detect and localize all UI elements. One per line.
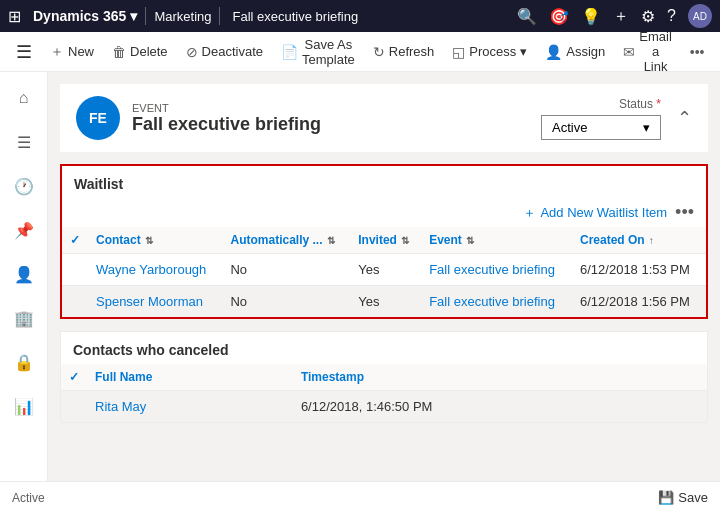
app-dropdown-icon[interactable]: ▾	[130, 8, 137, 24]
canceled-row1-check[interactable]	[61, 391, 87, 423]
row2-contact: Spenser Moorman	[88, 286, 222, 318]
help-icon[interactable]: ?	[667, 7, 676, 25]
app-grid-icon[interactable]: ⊞	[8, 7, 21, 26]
created-on-sort-icon[interactable]: ↑	[649, 235, 654, 246]
row2-invited: Yes	[350, 286, 421, 318]
record-breadcrumb-title: Fall executive briefing	[232, 9, 358, 24]
record-header-right: Status * Active ▾	[541, 97, 661, 140]
save-button[interactable]: 💾 Save	[658, 490, 708, 505]
automatically-header[interactable]: Automatically ... ⇅	[222, 227, 350, 254]
sidebar-icon-menu[interactable]: ☰	[6, 124, 42, 160]
row1-event-link[interactable]: Fall executive briefing	[429, 262, 555, 277]
refresh-button[interactable]: ↻ Refresh	[365, 40, 443, 64]
record-type: EVENT	[132, 102, 321, 114]
row1-created-on: 6/12/2018 1:53 PM	[572, 254, 706, 286]
row2-event-link[interactable]: Fall executive briefing	[429, 294, 555, 309]
main-layout: ⌂ ☰ 🕐 📌 👤 🏢 🔒 📊 FE EVENT Fall executive …	[0, 72, 720, 481]
event-header[interactable]: Event ⇅	[421, 227, 572, 254]
invited-header[interactable]: Invited ⇅	[350, 227, 421, 254]
email-link-button[interactable]: ✉ Email a Link	[615, 25, 680, 78]
sidebar-icon-chart[interactable]: 📊	[6, 388, 42, 424]
canceled-check-all[interactable]: ✓	[61, 364, 87, 391]
status-dropdown[interactable]: Active ▾	[541, 115, 661, 140]
sidebar-icon-accounts[interactable]: 🏢	[6, 300, 42, 336]
delete-button[interactable]: 🗑 Delete	[104, 40, 176, 64]
settings-icon[interactable]: ⚙	[641, 7, 655, 26]
expand-button[interactable]: ⌃	[677, 107, 692, 129]
sidebar-icon-lock[interactable]: 🔒	[6, 344, 42, 380]
process-button[interactable]: ◱ Process ▾	[444, 40, 535, 64]
add-icon[interactable]: ＋	[613, 6, 629, 27]
top-navigation: ⊞ Dynamics 365 ▾ Marketing Fall executiv…	[0, 0, 720, 32]
row2-contact-link[interactable]: Spenser Moorman	[96, 294, 203, 309]
template-icon: 📄	[281, 44, 298, 60]
hamburger-menu[interactable]: ☰	[8, 37, 40, 67]
row1-contact: Wayne Yarborough	[88, 254, 222, 286]
sidebar: ⌂ ☰ 🕐 📌 👤 🏢 🔒 📊	[0, 72, 48, 481]
save-as-template-button[interactable]: 📄 Save As Template	[273, 33, 363, 71]
bulb-icon[interactable]: 💡	[581, 7, 601, 26]
waitlist-section: Waitlist ＋ Add New Waitlist Item ••• ✓ C…	[60, 164, 708, 319]
row2-event: Fall executive briefing	[421, 286, 572, 318]
record-header-left: FE EVENT Fall executive briefing	[76, 96, 321, 140]
full-name-header[interactable]: Full Name	[87, 364, 293, 391]
canceled-contacts-section: Contacts who canceled ✓ Full Name Time	[60, 331, 708, 423]
table-row: Wayne Yarborough No Yes Fall executive b…	[62, 254, 706, 286]
created-on-header[interactable]: Created On ↑	[572, 227, 706, 254]
check-all-col[interactable]: ✓	[62, 227, 88, 254]
search-icon[interactable]: 🔍	[517, 7, 537, 26]
waitlist-table: ✓ Contact ⇅ Automatically ... ⇅	[62, 227, 706, 317]
top-right-icons: 🔍 🎯 💡 ＋ ⚙ ? AD	[517, 4, 712, 28]
table-row: Spenser Moorman No Yes Fall executive br…	[62, 286, 706, 318]
content-area: FE EVENT Fall executive briefing Status …	[48, 72, 720, 481]
app-name[interactable]: Dynamics 365 ▾	[33, 8, 137, 24]
deactivate-button[interactable]: ⊘ Deactivate	[178, 40, 271, 64]
status-required: *	[656, 97, 661, 111]
assign-icon: 👤	[545, 44, 562, 60]
waitlist-more-button[interactable]: •••	[675, 202, 694, 223]
email-icon: ✉	[623, 44, 635, 60]
add-new-waitlist-button[interactable]: ＋ Add New Waitlist Item	[523, 204, 667, 222]
row1-contact-link[interactable]: Wayne Yarborough	[96, 262, 206, 277]
row1-automatically: No	[222, 254, 350, 286]
add-plus-icon: ＋	[523, 204, 536, 222]
sidebar-icon-recent[interactable]: 🕐	[6, 168, 42, 204]
waitlist-toolbar: ＋ Add New Waitlist Item •••	[62, 198, 706, 227]
save-icon: 💾	[658, 490, 674, 505]
waitlist-header: Waitlist	[62, 166, 706, 198]
new-icon: ＋	[50, 43, 64, 61]
assign-button[interactable]: 👤 Assign	[537, 40, 613, 64]
record-avatar: FE	[76, 96, 120, 140]
contact-sort-icon[interactable]: ⇅	[145, 235, 153, 246]
module-name: Marketing	[154, 9, 211, 24]
automatically-sort-icon[interactable]: ⇅	[327, 235, 335, 246]
canceled-table: ✓ Full Name Timestamp	[61, 364, 707, 422]
canceled-header: Contacts who canceled	[61, 332, 707, 364]
waitlist-table-header-row: ✓ Contact ⇅ Automatically ... ⇅	[62, 227, 706, 254]
deactivate-icon: ⊘	[186, 44, 198, 60]
refresh-icon: ↻	[373, 44, 385, 60]
row1-event: Fall executive briefing	[421, 254, 572, 286]
contact-header[interactable]: Contact ⇅	[88, 227, 222, 254]
timestamp-header[interactable]: Timestamp	[293, 364, 707, 391]
target-icon[interactable]: 🎯	[549, 7, 569, 26]
nav-divider	[145, 7, 146, 25]
invited-sort-icon[interactable]: ⇅	[401, 235, 409, 246]
user-avatar[interactable]: AD	[688, 4, 712, 28]
more-commands-button[interactable]: •••	[682, 40, 713, 64]
event-sort-icon[interactable]: ⇅	[466, 235, 474, 246]
row2-check[interactable]	[62, 286, 88, 318]
new-button[interactable]: ＋ New	[42, 39, 102, 65]
nav-divider-2	[219, 7, 220, 25]
status-bar-text: Active	[12, 491, 45, 505]
status-label: Status *	[619, 97, 661, 111]
sidebar-icon-pin[interactable]: 📌	[6, 212, 42, 248]
sidebar-icon-contacts[interactable]: 👤	[6, 256, 42, 292]
status-dropdown-icon: ▾	[643, 120, 650, 135]
row1-invited: Yes	[350, 254, 421, 286]
sidebar-icon-home[interactable]: ⌂	[6, 80, 42, 116]
canceled-row1-name-link[interactable]: Rita May	[95, 399, 146, 414]
command-bar: ☰ ＋ New 🗑 Delete ⊘ Deactivate 📄 Save As …	[0, 32, 720, 72]
row1-check[interactable]	[62, 254, 88, 286]
canceled-table-header-row: ✓ Full Name Timestamp	[61, 364, 707, 391]
